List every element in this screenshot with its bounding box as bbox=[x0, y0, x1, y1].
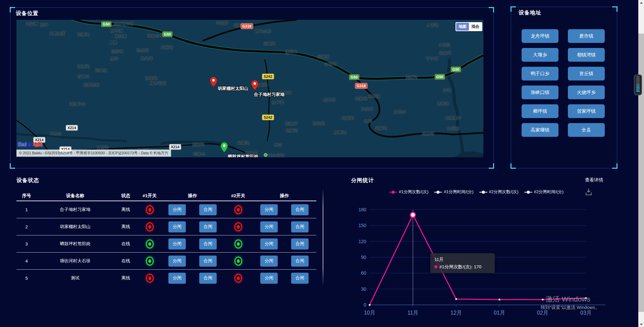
operation2-cell: 分闸合闸 bbox=[253, 221, 316, 232]
road-badge-s242: S242 bbox=[262, 74, 274, 79]
panel-device-address: 设备地址 龙舟坪镇磨市镇大堰乡都镇湾镇鸭子口乡资丘镇渔峡口镇火烧坪乡榔坪镇贺家坪… bbox=[511, 7, 617, 168]
map-type-option-hybrid[interactable]: 混合 bbox=[469, 23, 482, 31]
x-axis-tick-label: 03月 bbox=[580, 310, 592, 316]
map-type-option-map[interactable]: 地图 bbox=[456, 23, 469, 31]
address-button-11[interactable]: 高家堰镇 bbox=[522, 123, 558, 137]
data-point[interactable] bbox=[542, 299, 543, 301]
close-switch2-button[interactable]: 合闸 bbox=[291, 221, 309, 232]
switch1-led bbox=[146, 257, 154, 266]
switch2-led bbox=[234, 222, 242, 231]
map-type-toggle: 地图 混合 bbox=[455, 22, 482, 31]
device-status: 离线 bbox=[114, 275, 138, 281]
y-axis-tick-label: 60 bbox=[361, 270, 366, 276]
address-button-5[interactable]: 鸭子口乡 bbox=[522, 67, 558, 80]
legend-marker bbox=[389, 192, 397, 193]
close-switch2-button[interactable]: 合闸 bbox=[291, 238, 309, 250]
device-marker-label: 晒鼓坪村荒田岗 bbox=[228, 154, 258, 157]
device-name: 胡家棚村太阳山 bbox=[37, 224, 114, 230]
col-header-status: 状态 bbox=[114, 193, 138, 199]
close-switch2-button[interactable]: 合闸 bbox=[291, 204, 309, 215]
row-no: 5 bbox=[16, 276, 37, 281]
device-marker-pin[interactable] bbox=[221, 142, 228, 154]
switch2-led bbox=[234, 205, 242, 214]
address-button-1[interactable]: 龙舟坪镇 bbox=[522, 29, 558, 43]
switch2-cell bbox=[224, 257, 253, 266]
scroll-indicator-widget bbox=[634, 74, 642, 95]
operation2-cell: 分闸合闸 bbox=[253, 256, 316, 267]
chart-legend: #1分闸次数/(次)#1分闸时间/(分)#2分闸次数/(次)#2分闸时间/(分) bbox=[369, 189, 584, 195]
highlighted-data-point[interactable] bbox=[411, 212, 416, 217]
panel-device-location: 设备位置 bbox=[10, 7, 494, 168]
panel-corner bbox=[489, 7, 494, 12]
operation1-cell: 分闸合闸 bbox=[161, 273, 224, 284]
legend-item-4[interactable]: #2分闸时间/(分) bbox=[524, 189, 564, 195]
device-marker-label: 合子坳村习家坳 bbox=[254, 92, 284, 98]
road-badge-x214: X214 bbox=[169, 144, 181, 150]
legend-item-2[interactable]: #1分闸时间/(分) bbox=[434, 189, 473, 195]
data-point[interactable] bbox=[455, 298, 457, 300]
view-details-link[interactable]: 查看详情 bbox=[585, 177, 603, 183]
address-button-2[interactable]: 磨市镇 bbox=[568, 29, 605, 43]
open-switch2-button[interactable]: 分闸 bbox=[260, 221, 278, 232]
baidu-logo: Bai 地图 bbox=[18, 141, 42, 148]
open-switch2-button[interactable]: 分闸 bbox=[260, 273, 278, 284]
device-name: 塘坊河村大石坝 bbox=[37, 258, 114, 264]
trip-stats-title: 分闸统计 bbox=[351, 177, 374, 184]
legend-label: #1分闸时间/(分) bbox=[444, 189, 473, 195]
address-button-grid: 龙舟坪镇磨市镇大堰乡都镇湾镇鸭子口乡资丘镇渔峡口镇火烧坪乡榔坪镇贺家坪镇高家堰镇… bbox=[522, 29, 606, 137]
y-axis-tick-label: 30 bbox=[361, 286, 366, 292]
y-axis-tick-label: 90 bbox=[361, 255, 366, 260]
close-switch1-button[interactable]: 合闸 bbox=[199, 256, 217, 267]
switch1-led bbox=[146, 205, 154, 214]
device-marker-pin[interactable] bbox=[210, 77, 217, 88]
switch1-cell bbox=[138, 205, 161, 214]
address-button-3[interactable]: 大堰乡 bbox=[522, 48, 558, 62]
open-switch1-button[interactable]: 分闸 bbox=[168, 204, 186, 215]
address-button-9[interactable]: 榔坪镇 bbox=[522, 104, 558, 118]
address-button-6[interactable]: 资丘镇 bbox=[568, 67, 605, 80]
map-roads-layer bbox=[16, 20, 483, 157]
pin-icon bbox=[251, 80, 258, 90]
open-switch2-button[interactable]: 分闸 bbox=[260, 256, 278, 267]
col-header-no: 序号 bbox=[16, 193, 37, 199]
legend-item-1[interactable]: #1分闸次数/(次) bbox=[389, 189, 428, 195]
x-axis-tick-label: 10月 bbox=[364, 310, 375, 316]
open-switch1-button[interactable]: 分闸 bbox=[168, 273, 186, 284]
col-header-switch1: #1开关 bbox=[138, 193, 161, 199]
data-point[interactable] bbox=[498, 299, 500, 301]
address-button-4[interactable]: 都镇湾镇 bbox=[568, 48, 605, 62]
open-switch1-button[interactable]: 分闸 bbox=[168, 221, 186, 232]
scrollbar-up-arrow[interactable] bbox=[638, 0, 644, 5]
download-icon[interactable] bbox=[585, 188, 592, 197]
baidu-map[interactable]: 笔架槽洞坪天鹅抱蛋胡家湾高家堰互通梅子溪紫金寨二墩张家台子流沙坡沁水坝跑马坪腰坪… bbox=[16, 20, 483, 157]
close-switch1-button[interactable]: 合闸 bbox=[199, 204, 217, 215]
road-badge-s242: S242 bbox=[262, 115, 274, 120]
open-switch1-button[interactable]: 分闸 bbox=[168, 238, 186, 250]
table-row: 1合子坳村习家坳离线分闸合闸分闸合闸 bbox=[16, 201, 316, 218]
device-status: 离线 bbox=[114, 207, 138, 213]
data-point[interactable] bbox=[369, 304, 370, 306]
open-switch1-button[interactable]: 分闸 bbox=[168, 256, 186, 267]
device-marker-pin[interactable] bbox=[251, 80, 258, 92]
vertical-scrollbar[interactable] bbox=[638, 0, 644, 327]
address-button-12[interactable]: 全县 bbox=[568, 123, 605, 137]
row-no: 1 bbox=[16, 207, 37, 212]
tooltip-series-dot bbox=[434, 265, 437, 268]
close-switch1-button[interactable]: 合闸 bbox=[199, 221, 217, 232]
close-switch2-button[interactable]: 合闸 bbox=[291, 256, 309, 267]
road-badge-x214: X214 bbox=[66, 125, 78, 131]
close-switch1-button[interactable]: 合闸 bbox=[199, 238, 217, 250]
col-header-switch2: #2开关 bbox=[224, 193, 253, 199]
switch2-cell bbox=[224, 222, 253, 231]
legend-item-3[interactable]: #2分闸次数/(次) bbox=[479, 189, 519, 195]
address-button-10[interactable]: 贺家坪镇 bbox=[568, 104, 605, 118]
close-switch2-button[interactable]: 合闸 bbox=[291, 273, 309, 284]
open-switch2-button[interactable]: 分闸 bbox=[260, 238, 278, 250]
tooltip-series-line: #1分闸次数/(次): 170 bbox=[434, 263, 491, 271]
open-switch2-button[interactable]: 分闸 bbox=[260, 204, 278, 215]
scrollbar-down-arrow[interactable] bbox=[638, 322, 644, 327]
address-button-8[interactable]: 火烧坪乡 bbox=[568, 86, 605, 99]
col-header-operation1: 操作 bbox=[161, 193, 224, 199]
address-button-7[interactable]: 渔峡口镇 bbox=[522, 86, 558, 99]
close-switch1-button[interactable]: 合闸 bbox=[199, 273, 217, 284]
